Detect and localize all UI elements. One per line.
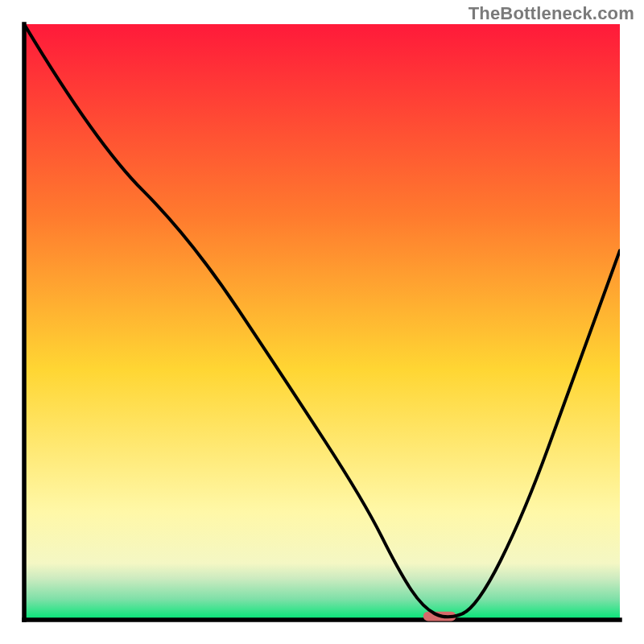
plot-background (24, 24, 620, 620)
watermark-text: TheBottleneck.com (469, 3, 634, 24)
chart-canvas (0, 0, 644, 644)
chart-container: TheBottleneck.com (0, 0, 644, 644)
